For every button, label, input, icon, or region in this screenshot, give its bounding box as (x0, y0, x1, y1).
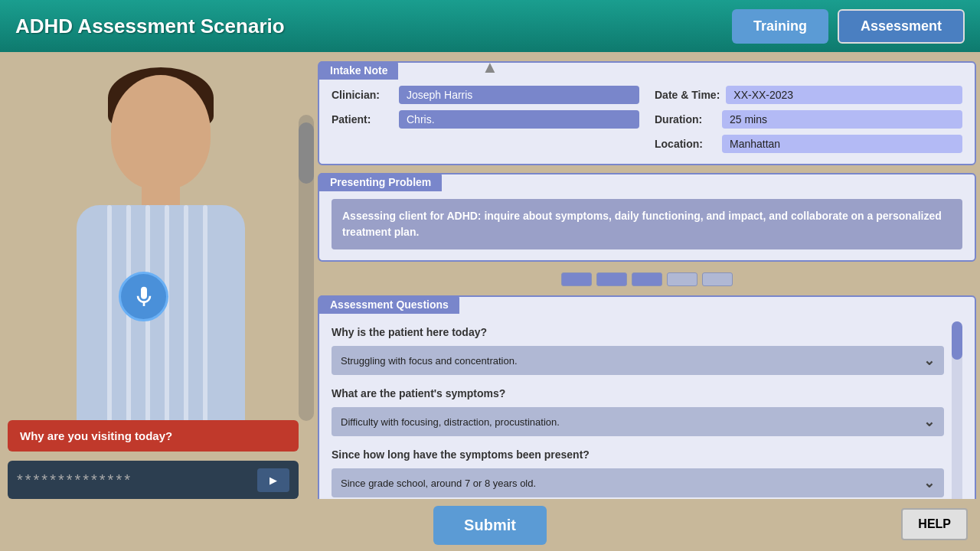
bottom-bar: Submit HELP (0, 499, 980, 551)
shirt-stripe (165, 205, 169, 435)
question-block-2: What are the patient's symptoms? Difficu… (332, 383, 944, 436)
patient-value: Chris. (399, 110, 639, 129)
assessment-button[interactable]: Assessment (838, 9, 965, 44)
avatar-body (77, 205, 245, 450)
duration-label: Duration: (655, 113, 716, 126)
assessment-tab: Assessment Questions (319, 295, 459, 314)
blank-row (332, 135, 639, 153)
scroll-tab-4[interactable] (667, 272, 697, 286)
shirt-stripe (107, 205, 112, 435)
patient-label: Patient: (332, 113, 393, 126)
help-button[interactable]: HELP (901, 508, 968, 540)
location-row: Location: Manhattan (655, 135, 962, 153)
scroll-tab-5[interactable] (702, 272, 733, 286)
header: ADHD Assessment Scenario Training Assess… (0, 0, 980, 52)
avatar-head (111, 75, 211, 190)
password-input[interactable] (17, 471, 185, 489)
assessment-scrollbar[interactable] (952, 321, 962, 499)
assessment-body: Why is the patient here today? Strugglin… (332, 321, 962, 499)
chevron-down-icon-3: ⌄ (923, 474, 935, 491)
clinician-row: Clinician: Joseph Harris (332, 86, 639, 104)
main-panel: Intake Note Clinician: Joseph Harris Dat… (318, 61, 976, 499)
intake-note-tab: Intake Note (319, 61, 398, 80)
duration-value: 25 mins (722, 110, 962, 129)
intake-note-body: Clinician: Joseph Harris Date & Time: XX… (332, 86, 962, 153)
shirt-stripe (203, 205, 207, 435)
presenting-problem-card: Presenting Problem Assessing client for … (318, 173, 976, 262)
submit-button[interactable]: Submit (433, 506, 547, 545)
clinician-value: Joseph Harris (399, 86, 639, 104)
question-text-3: Since how long have the symptoms been pr… (332, 444, 944, 465)
question-text-2: What are the patient's symptoms? (332, 383, 944, 404)
scroll-tab-3[interactable] (632, 272, 662, 286)
send-button[interactable]: ▶ (257, 468, 289, 492)
input-area: ▶ (8, 461, 299, 499)
shirt-stripe (184, 205, 188, 435)
location-value: Manhattan (722, 135, 962, 153)
presenting-problem-text: Assessing client for ADHD: inquire about… (332, 199, 962, 249)
scroll-tab-1[interactable] (561, 272, 592, 286)
assessment-section: Assessment Questions Why is the patient … (318, 295, 976, 499)
patient-row: Patient: Chris. (332, 110, 639, 129)
answer-dropdown-1[interactable]: Struggling with focus and concentration.… (332, 346, 944, 375)
scroll-tabs (318, 269, 976, 289)
questions-list: Why is the patient here today? Strugglin… (332, 321, 944, 499)
clinician-label: Clinician: (332, 89, 393, 101)
answer-dropdown-3[interactable]: Since grade school, around 7 or 8 years … (332, 468, 944, 497)
intake-note-card: Intake Note Clinician: Joseph Harris Dat… (318, 61, 976, 165)
duration-row: Duration: 25 mins (655, 110, 962, 129)
mic-button[interactable] (119, 272, 168, 321)
answer-dropdown-2[interactable]: Difficulty with focusing, distraction, p… (332, 407, 944, 436)
date-label: Date & Time: (655, 89, 720, 101)
speech-bubble: Why are you visiting today? (8, 420, 299, 452)
chevron-down-icon-2: ⌄ (923, 413, 935, 430)
question-block-3: Since how long have the symptoms been pr… (332, 444, 944, 497)
date-row: Date & Time: XX-XX-2023 (655, 86, 962, 104)
top-chevron: ▲ (475, 60, 505, 75)
side-scroll[interactable] (299, 115, 314, 421)
question-text-1: Why is the patient here today? (332, 321, 944, 343)
answer-text-3: Since grade school, around 7 or 8 years … (341, 478, 536, 489)
answer-text-1: Struggling with focus and concentration. (341, 355, 518, 367)
assessment-scroll-handle[interactable] (952, 321, 962, 360)
chevron-down-icon-1: ⌄ (923, 352, 935, 369)
location-label: Location: (655, 138, 716, 150)
side-scroll-handle[interactable] (299, 122, 314, 184)
header-buttons: Training Assessment (732, 9, 965, 44)
shirt-stripe (126, 205, 131, 435)
mic-icon (132, 285, 156, 309)
presenting-problem-tab: Presenting Problem (319, 173, 442, 191)
app-title: ADHD Assessment Scenario (15, 15, 285, 38)
training-button[interactable]: Training (732, 9, 828, 44)
answer-text-2: Difficulty with focusing, distraction, p… (341, 416, 560, 428)
speech-text: Why are you visiting today? (20, 429, 172, 442)
date-value: XX-XX-2023 (726, 86, 962, 104)
question-block-1: Why is the patient here today? Strugglin… (332, 321, 944, 375)
scroll-tab-2[interactable] (596, 272, 627, 286)
